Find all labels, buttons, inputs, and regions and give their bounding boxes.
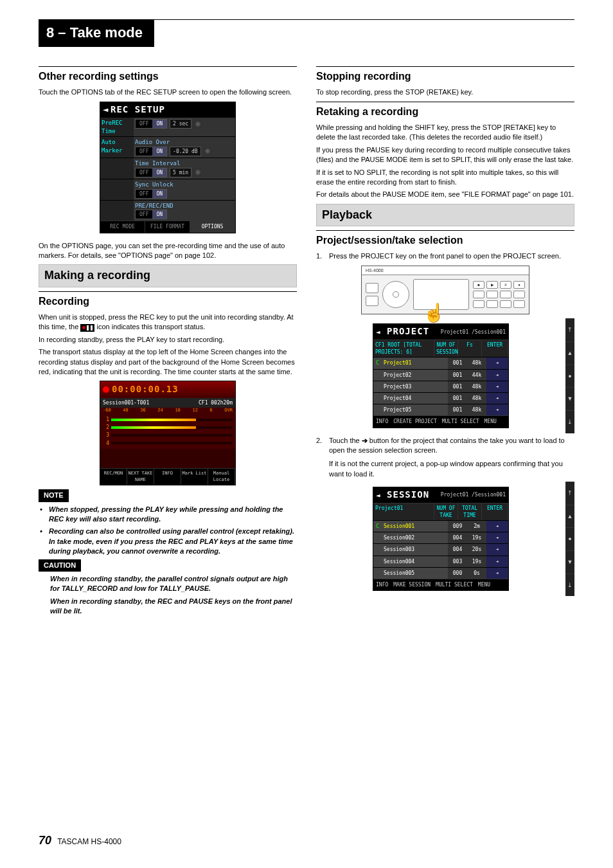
scroll-top-icon[interactable]: ⤒ [565, 482, 574, 505]
enter-arrow-icon[interactable]: ➔ [486, 544, 508, 555]
record-indicator-icon [103, 386, 109, 393]
footer-button[interactable]: MULTI SELECT [433, 579, 475, 590]
play-button[interactable]: ▶ [486, 281, 498, 289]
off-on-toggle[interactable]: OFFON [135, 189, 167, 199]
path-line: Project01 [373, 503, 434, 520]
scroll-bar[interactable]: ⤒ ▲ ● ▼ ⤓ [565, 482, 574, 596]
page-footer: 70 TASCAM HS-4000 [39, 833, 121, 849]
enter-arrow-icon[interactable]: ➔ [486, 532, 508, 543]
scroll-thumb[interactable]: ● [565, 527, 574, 550]
para: For details about the PAUSE MODE item, s… [316, 190, 574, 199]
knob-icon[interactable] [193, 168, 202, 177]
heading-other: Other recording settings [39, 69, 297, 84]
footer-button[interactable]: REC/MON [100, 469, 127, 485]
tab-options[interactable]: OPTIONS [190, 221, 235, 232]
stop-button[interactable]: ■ [473, 281, 484, 289]
enter-arrow-icon[interactable]: ➔ [486, 404, 508, 415]
page-number: 70 [39, 834, 51, 847]
home-screen-recording: 00:00:00.13 Session001-T001 CF1 002h20m … [100, 381, 236, 485]
hand-pointer-icon: ☝ [423, 300, 445, 325]
scroll-bottom-icon[interactable]: ⤓ [565, 574, 574, 597]
enter-arrow-icon[interactable]: ➔ [486, 521, 508, 532]
caution-text: When in recording standby, the parallel … [50, 574, 297, 594]
caution-text: When in recording standby, the REC and P… [50, 597, 297, 617]
enter-arrow-icon[interactable]: ➔ [486, 381, 508, 392]
value-field[interactable]: 5 min [170, 168, 191, 177]
doc-name: TASCAM HS-4000 [57, 837, 121, 846]
scroll-top-icon[interactable]: ⤒ [565, 318, 574, 341]
table-row[interactable]: Project0300148k➔ [373, 381, 508, 392]
heading-playback: Playback [316, 204, 574, 226]
knob-icon[interactable] [193, 120, 202, 129]
session-title: SESSION [387, 489, 429, 500]
off-on-toggle[interactable]: OFFON [135, 147, 167, 156]
step-2: 2. Touch the ➔ button for the project th… [316, 436, 574, 480]
pause-button[interactable]: II [500, 281, 511, 289]
row-label [100, 179, 134, 200]
note-item: Recording can also be controlled using p… [39, 527, 297, 556]
row-label [100, 158, 134, 179]
table-row[interactable]: CSession0010092m➔ [373, 520, 508, 532]
scroll-down-icon[interactable]: ▼ [565, 387, 574, 410]
take-name: Session001-T001 [103, 399, 149, 406]
enter-arrow-icon[interactable]: ➔ [486, 556, 508, 567]
col-header: NUM OF SESSION [434, 340, 458, 357]
heading-stop: Stopping recording [316, 69, 574, 84]
panel-button[interactable] [500, 300, 511, 308]
enter-arrow-icon[interactable]: ➔ [486, 393, 508, 404]
table-row[interactable]: CProject0100148k➔ [373, 357, 508, 368]
back-icon[interactable]: ◄ [103, 104, 111, 116]
footer-button[interactable]: INFO [154, 469, 181, 485]
enter-arrow-icon[interactable]: ➔ [486, 370, 508, 381]
panel-button[interactable] [473, 300, 484, 308]
table-row[interactable]: Session00300420s➔ [373, 543, 508, 555]
table-row[interactable]: Session0050000s➔ [373, 567, 508, 579]
table-row[interactable]: Project0200144k➔ [373, 369, 508, 381]
footer-button[interactable]: MULTI SELECT [440, 416, 482, 427]
scroll-bottom-icon[interactable]: ⤓ [565, 410, 574, 433]
panel-button[interactable] [513, 291, 525, 298]
knob-icon[interactable] [203, 147, 212, 156]
scroll-thumb[interactable]: ● [565, 365, 574, 388]
value-field[interactable]: -0.20 dB [170, 147, 201, 156]
col-header: Fs [458, 340, 482, 357]
enter-arrow-icon[interactable]: ➔ [486, 357, 508, 368]
off-on-toggle[interactable]: OFFON [135, 168, 167, 177]
panel-button[interactable] [500, 291, 511, 298]
para: If you press the PAUSE key during record… [316, 145, 574, 165]
table-row[interactable]: Session00400319s➔ [373, 556, 508, 567]
device-front-panel: HS-4000 ■ ▶ II ● [361, 266, 529, 315]
table-row[interactable]: Session00200419s➔ [373, 532, 508, 543]
footer-button[interactable]: Manual Locate [208, 469, 235, 485]
footer-button[interactable]: INFO [373, 416, 391, 427]
scroll-up-icon[interactable]: ▲ [565, 505, 574, 528]
panel-button[interactable] [473, 291, 484, 298]
value-field[interactable]: 2 sec [170, 119, 191, 129]
table-row[interactable]: Project0400148k➔ [373, 392, 508, 404]
footer-button[interactable]: MENU [482, 416, 499, 427]
table-row[interactable]: Project0500148k➔ [373, 404, 508, 415]
footer-button[interactable]: NEXT TAKE NAME [127, 469, 154, 485]
tab-file-format[interactable]: FILE FORMAT [145, 221, 190, 232]
panel-button[interactable] [486, 300, 498, 308]
off-on-toggle[interactable]: OFFON [135, 210, 167, 219]
footer-button[interactable]: Mark List [181, 469, 208, 485]
footer-button[interactable]: MAKE SESSION [391, 579, 433, 590]
footer-button[interactable]: MENU [475, 579, 493, 590]
breadcrumb: Project01 /Session001 [441, 491, 506, 498]
scroll-bar[interactable]: ⤒ ▲ ● ▼ ⤓ [565, 318, 574, 433]
enter-arrow-icon[interactable]: ➔ [486, 568, 508, 579]
panel-button[interactable] [486, 291, 498, 298]
footer-button[interactable]: CREATE PROJECT [391, 416, 439, 427]
panel-button[interactable] [513, 300, 525, 308]
breadcrumb: Project01 /Session001 [441, 329, 506, 336]
off-on-toggle[interactable]: OFFON [135, 119, 167, 129]
jog-wheel[interactable] [382, 281, 409, 308]
rec-button[interactable]: ● [513, 281, 525, 289]
device-model: HS-4000 [366, 268, 384, 273]
tab-rec-mode[interactable]: REC MODE [100, 221, 145, 232]
heading-making: Making a recording [39, 264, 297, 287]
footer-button[interactable]: INFO [373, 579, 391, 590]
scroll-up-icon[interactable]: ▲ [565, 341, 574, 365]
scroll-down-icon[interactable]: ▼ [565, 550, 574, 574]
